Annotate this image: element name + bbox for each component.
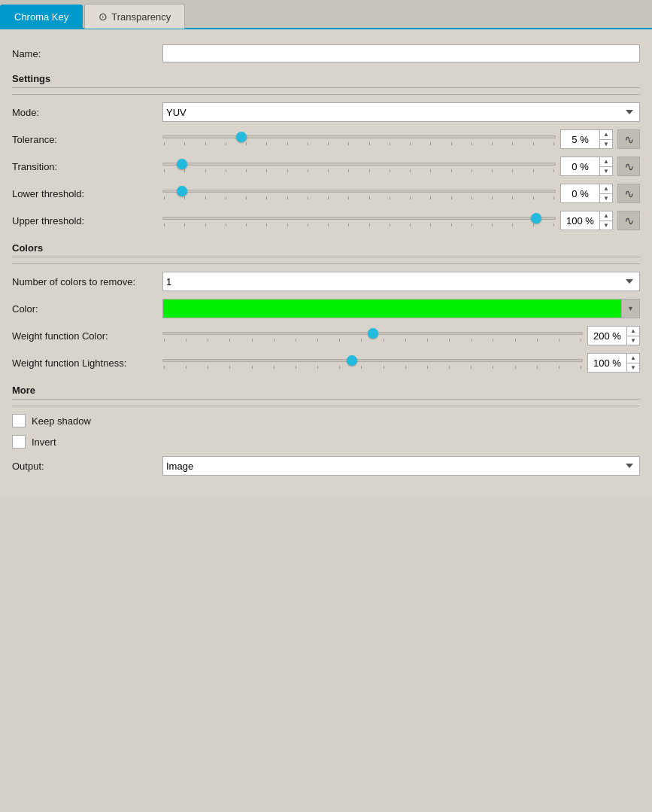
- weight-lightness-slider-thumb[interactable]: [347, 355, 357, 366]
- lower-threshold-up-arrow[interactable]: ▲: [600, 184, 612, 194]
- lower-threshold-value-input[interactable]: [561, 188, 599, 199]
- transition-wave-button[interactable]: ∿: [617, 157, 640, 176]
- tolerance-label: Tolerance:: [12, 134, 162, 145]
- tolerance-spinbox: ▲ ▼: [560, 129, 613, 149]
- weight-lightness-value-input[interactable]: [588, 357, 626, 369]
- weight-lightness-spinbox: ▲ ▼: [587, 353, 640, 373]
- output-label: Output:: [12, 461, 162, 472]
- mode-label: Mode:: [12, 107, 162, 118]
- upper-threshold-down-arrow[interactable]: ▼: [600, 221, 612, 230]
- upper-threshold-wave-button[interactable]: ∿: [617, 211, 640, 230]
- transparency-tab-label: Transparency: [111, 11, 171, 23]
- weight-lightness-up-arrow[interactable]: ▲: [627, 354, 639, 363]
- transition-label: Transition:: [12, 161, 162, 172]
- lower-threshold-arrows: ▲ ▼: [599, 184, 612, 202]
- tolerance-slider-visual[interactable]: [162, 133, 556, 141]
- tick: [472, 142, 472, 145]
- transition-slider-visual[interactable]: [162, 160, 556, 168]
- upper-threshold-slider-thumb[interactable]: [531, 213, 541, 224]
- upper-threshold-slider-bg: [162, 217, 556, 220]
- num-colors-label: Number of colors to remove:: [12, 276, 162, 287]
- invert-row: Invert: [12, 435, 640, 449]
- main-content: Name: Settings Mode: YUV RGB HSV Toleran…: [0, 29, 652, 498]
- upper-threshold-slider-visual[interactable]: [162, 214, 556, 222]
- lower-threshold-slider-bg: [162, 190, 556, 193]
- tick: [492, 142, 493, 145]
- tolerance-slider-thumb[interactable]: [236, 132, 247, 142]
- tab-transparency[interactable]: ⊙ Transparency: [84, 4, 185, 29]
- lower-threshold-right: ▲ ▼ ∿: [162, 184, 640, 203]
- transition-slider-thumb[interactable]: [177, 159, 187, 169]
- weight-lightness-slider-visual[interactable]: [162, 357, 583, 364]
- weight-color-slider-thumb[interactable]: [368, 328, 378, 339]
- tolerance-arrows: ▲ ▼: [599, 130, 612, 148]
- color-swatch-container: ▼: [162, 299, 640, 318]
- keep-shadow-checkbox[interactable]: [12, 414, 26, 427]
- num-colors-row: Number of colors to remove: 1 2 3 4: [12, 272, 640, 291]
- tick: [266, 142, 267, 145]
- tick: [348, 142, 349, 145]
- name-input[interactable]: [162, 44, 640, 62]
- lower-threshold-slider-visual[interactable]: [162, 187, 556, 195]
- weight-color-ticks: [162, 339, 583, 342]
- weight-color-value-input[interactable]: [588, 330, 626, 342]
- weight-color-up-arrow[interactable]: ▲: [627, 327, 639, 336]
- weight-lightness-ticks: [162, 366, 583, 369]
- tolerance-ticks: [162, 142, 556, 145]
- tolerance-right: ▲ ▼ ∿: [162, 129, 640, 149]
- mode-row: Mode: YUV RGB HSV: [12, 102, 640, 122]
- upper-threshold-arrows: ▲ ▼: [599, 211, 612, 230]
- lower-threshold-down-arrow[interactable]: ▼: [600, 194, 612, 203]
- transition-value-input[interactable]: [561, 161, 599, 172]
- output-right: Image Alpha Mask: [162, 456, 640, 476]
- tolerance-down-arrow[interactable]: ▼: [600, 140, 612, 149]
- output-select[interactable]: Image Alpha Mask: [162, 456, 640, 476]
- mode-right: YUV RGB HSV: [162, 102, 640, 122]
- tolerance-wave-button[interactable]: ∿: [617, 129, 640, 149]
- invert-checkbox[interactable]: [12, 435, 26, 449]
- tick: [328, 142, 329, 145]
- upper-threshold-up-arrow[interactable]: ▲: [600, 211, 612, 221]
- tolerance-up-arrow[interactable]: ▲: [600, 130, 612, 140]
- weight-color-right: ▲ ▼: [162, 326, 640, 345]
- color-swatch[interactable]: [162, 299, 622, 318]
- tick: [533, 142, 534, 145]
- weight-color-down-arrow[interactable]: ▼: [627, 336, 639, 345]
- colors-section: Colors Number of colors to remove: 1 2 3…: [12, 242, 640, 373]
- weight-color-slider-wrapper: [162, 330, 583, 342]
- weight-lightness-down-arrow[interactable]: ▼: [627, 363, 639, 373]
- weight-lightness-slider-bg: [162, 359, 583, 362]
- weight-color-arrows: ▲ ▼: [626, 327, 639, 345]
- upper-threshold-spinbox: ▲ ▼: [560, 211, 613, 230]
- transition-right: ▲ ▼ ∿: [162, 157, 640, 176]
- chroma-key-tab-label: Chroma Key: [14, 11, 68, 23]
- tick: [308, 142, 308, 145]
- transition-up-arrow[interactable]: ▲: [600, 157, 612, 167]
- transition-down-arrow[interactable]: ▼: [600, 167, 612, 176]
- transparency-icon: ⊙: [99, 11, 108, 23]
- name-row: Name:: [12, 44, 640, 62]
- lower-threshold-slider-thumb[interactable]: [177, 186, 187, 196]
- invert-label: Invert: [32, 436, 56, 448]
- tick: [451, 142, 452, 145]
- upper-threshold-value-input[interactable]: [561, 215, 599, 227]
- weight-color-spinbox: ▲ ▼: [587, 326, 640, 345]
- tick: [430, 142, 431, 145]
- tick: [512, 142, 513, 145]
- settings-divider: [12, 94, 640, 95]
- lower-threshold-wave-button[interactable]: ∿: [617, 184, 640, 203]
- num-colors-select[interactable]: 1 2 3 4: [162, 272, 640, 291]
- mode-select[interactable]: YUV RGB HSV: [162, 102, 640, 122]
- tick: [390, 142, 390, 145]
- tab-bar: Chroma Key ⊙ Transparency: [0, 0, 652, 29]
- upper-threshold-row: Upper threshold: ▲ ▼: [12, 211, 640, 230]
- upper-threshold-slider-wrapper: [162, 214, 556, 227]
- weight-color-slider-visual[interactable]: [162, 330, 583, 337]
- tolerance-value-input[interactable]: [561, 134, 599, 145]
- settings-section: Settings Mode: YUV RGB HSV Tolerance:: [12, 73, 640, 230]
- tab-chroma-key[interactable]: Chroma Key: [0, 5, 83, 29]
- lower-threshold-slider-wrapper: [162, 187, 556, 199]
- color-swatch-dropdown-button[interactable]: ▼: [622, 299, 640, 318]
- upper-threshold-ticks: [162, 224, 556, 227]
- upper-threshold-right: ▲ ▼ ∿: [162, 211, 640, 230]
